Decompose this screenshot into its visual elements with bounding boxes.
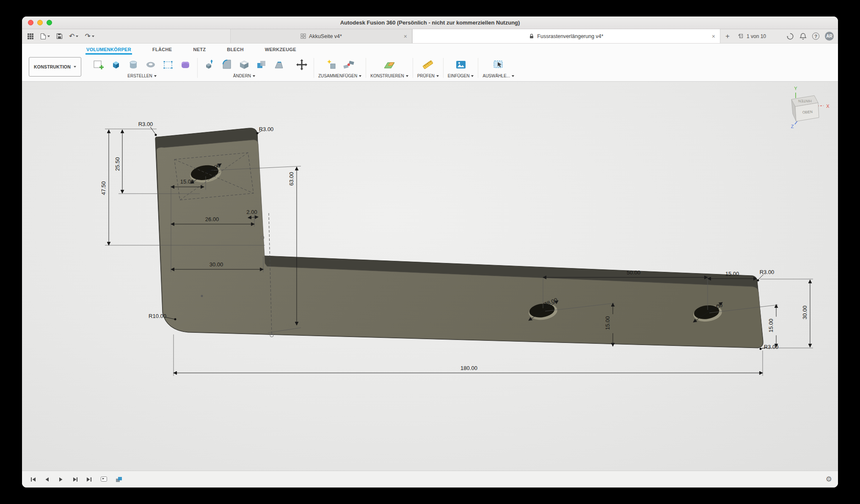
fillet-icon[interactable]: [219, 56, 234, 74]
viewcube-top-face-label[interactable]: HINTEN: [798, 99, 812, 103]
dimension-label[interactable]: 15.00: [180, 178, 194, 185]
tab-blech[interactable]: BLECH: [226, 46, 244, 55]
dimension-label[interactable]: 63.00: [288, 172, 295, 186]
undo-button[interactable]: ↶: [69, 33, 78, 40]
fusion-window: Autodesk Fusion 360 (Persönlich - nicht …: [22, 16, 838, 488]
model-bracket[interactable]: [155, 128, 763, 348]
dimension-label[interactable]: R3.00: [259, 126, 274, 132]
dimension-label[interactable]: 15.00: [725, 271, 739, 277]
hole-icon[interactable]: [143, 56, 158, 74]
shell-icon[interactable]: [237, 56, 252, 74]
draft-icon[interactable]: [271, 56, 287, 74]
group-label-einfuegen[interactable]: EINFÜGEN: [448, 74, 474, 80]
tab-flaeche[interactable]: FLÄCHE: [152, 46, 173, 55]
timeline-settings-gear-icon[interactable]: ⚙: [826, 475, 832, 484]
measure-icon[interactable]: [420, 56, 436, 74]
dimension-label[interactable]: 180.00: [460, 365, 477, 371]
axis-z-label: Z: [791, 124, 794, 129]
lock-icon: [529, 33, 534, 39]
extrude-icon[interactable]: [108, 56, 124, 74]
dimension-label[interactable]: R10.00: [149, 313, 166, 319]
help-icon[interactable]: ?: [812, 33, 819, 40]
dimension-label[interactable]: R3.00: [764, 344, 779, 350]
save-button[interactable]: [56, 33, 63, 39]
move-copy-icon[interactable]: [294, 56, 309, 74]
dimension-label[interactable]: R3.00: [138, 121, 153, 127]
dimension-label[interactable]: 30.00: [209, 261, 223, 268]
close-tab-icon[interactable]: ×: [404, 33, 407, 40]
version-counter[interactable]: 1 von 10: [735, 29, 769, 43]
viewcube[interactable]: Y X Z HINTEN OBEN: [776, 84, 838, 131]
dimension-label[interactable]: 50.00: [627, 269, 641, 276]
group-label-konstruieren[interactable]: KONSTRUIEREN: [370, 74, 408, 80]
new-component-icon[interactable]: [324, 56, 339, 74]
timeline-go-to-end-button[interactable]: [84, 474, 94, 485]
file-menu-button[interactable]: [40, 33, 50, 40]
construction-plane-icon[interactable]: [382, 56, 397, 74]
dropdown-caret: [76, 36, 78, 37]
close-window-button[interactable]: [28, 20, 33, 25]
group-label-auswaehlen[interactable]: AUSWÄHLE...: [482, 74, 514, 80]
dimension-label[interactable]: 15.00: [768, 319, 774, 333]
ribbon-toolbar: KONSTRUKTION ERSTELLEN: [22, 55, 838, 82]
group-label-pruefen[interactable]: PRÜFEN: [417, 74, 439, 80]
timeline-step-back-button[interactable]: [42, 474, 52, 485]
data-panel-icon[interactable]: [27, 33, 34, 40]
tab-volumenkoerper[interactable]: VOLUMENKÖRPER: [85, 46, 132, 55]
press-pull-icon[interactable]: [202, 56, 217, 74]
group-erstellen: ERSTELLEN: [87, 55, 197, 81]
ribbon-tab-bar: VOLUMENKÖRPER FLÄCHE NETZ BLECH WERKZEUG…: [22, 44, 838, 55]
window-title: Autodesk Fusion 360 (Persönlich - nicht …: [22, 16, 838, 29]
dropdown-caret: [47, 36, 50, 37]
group-label-aendern[interactable]: ÄNDERN: [233, 74, 255, 80]
dimension-label[interactable]: 30.00: [802, 306, 808, 320]
quick-access-toolbar: ↶ ↷: [27, 29, 94, 43]
dimension-label[interactable]: R3.00: [760, 269, 775, 275]
create-sketch-icon[interactable]: [91, 56, 106, 74]
select-icon[interactable]: [491, 56, 506, 74]
sketch-point[interactable]: [201, 295, 203, 297]
timeline-marker-icon[interactable]: [99, 475, 109, 484]
notifications-bell-icon[interactable]: [799, 33, 807, 40]
document-tab-fussrastenverlaengerung[interactable]: Fussrastenverlängerung v4* ×: [412, 29, 720, 43]
axis-y-label: Y: [794, 86, 797, 91]
tab-label: Fussrastenverlängerung v4*: [537, 33, 603, 39]
new-tab-button[interactable]: +: [720, 29, 735, 43]
dimension-label[interactable]: 47.50: [100, 181, 107, 195]
canvas-viewport[interactable]: R3.00R3.0025.5047.5015.00Ø8.0063.0026.00…: [22, 82, 838, 471]
pattern-icon[interactable]: [160, 56, 176, 74]
undo-icon: ↶: [69, 33, 74, 40]
dimension-label[interactable]: 26.00: [205, 216, 219, 222]
close-tab-icon[interactable]: ×: [712, 33, 715, 40]
job-status-icon[interactable]: [786, 33, 794, 40]
zoom-window-button[interactable]: [47, 20, 52, 25]
joint-icon[interactable]: [341, 56, 356, 74]
versions-icon: [738, 33, 744, 39]
ribbon-separator: [413, 58, 413, 78]
group-move: [290, 55, 313, 81]
group-label-erstellen[interactable]: ERSTELLEN: [127, 74, 156, 80]
form-icon[interactable]: [178, 56, 193, 74]
insert-canvas-icon[interactable]: [453, 56, 469, 74]
ribbon-separator: [478, 58, 478, 78]
axis-x-label: X: [826, 104, 830, 109]
timeline-step-forward-button[interactable]: [70, 474, 80, 485]
group-label-zusammenfuegen[interactable]: ZUSAMMENFÜGEN: [318, 74, 361, 80]
tab-werkzeuge[interactable]: WERKZEUGE: [264, 46, 297, 55]
viewcube-front-face-label[interactable]: OBEN: [802, 110, 813, 115]
timeline-feature-group-icon[interactable]: [114, 475, 124, 484]
avatar[interactable]: AR: [825, 32, 834, 41]
timeline-play-button[interactable]: [56, 474, 66, 485]
group-pruefen: PRÜFEN: [413, 55, 443, 81]
revolve-icon[interactable]: [126, 56, 141, 74]
document-tab-akkuseite[interactable]: AkkuSeite v4* ×: [230, 29, 412, 43]
timeline-go-to-start-button[interactable]: [28, 474, 38, 485]
tab-netz[interactable]: NETZ: [192, 46, 207, 55]
dimension-label[interactable]: 25.50: [114, 157, 121, 171]
dimension-label[interactable]: 15.00: [604, 316, 611, 330]
dimension-label[interactable]: 2.00: [246, 209, 257, 215]
combine-icon[interactable]: [254, 56, 269, 74]
konstruktion-button[interactable]: KONSTRUKTION: [29, 57, 81, 77]
redo-button[interactable]: ↷: [85, 33, 94, 40]
minimize-window-button[interactable]: [37, 20, 43, 25]
